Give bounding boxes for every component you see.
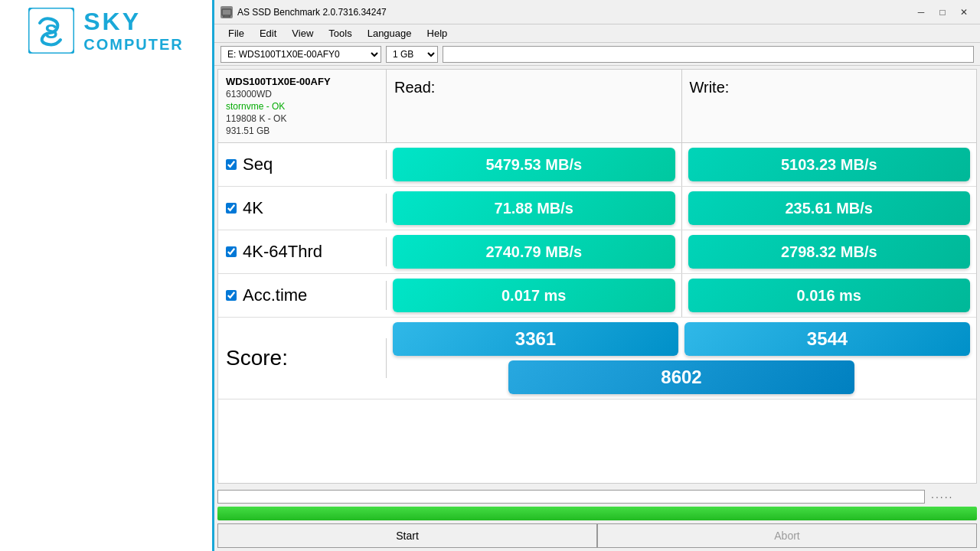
write-header: Write: bbox=[690, 79, 730, 96]
sky-computer-logo-icon: S bbox=[28, 8, 74, 54]
drive-select[interactable]: E: WDS100T1X0E-00AFY0 bbox=[220, 46, 381, 63]
window-controls: ─ □ ✕ bbox=[911, 5, 974, 20]
score-label: Score: bbox=[226, 346, 288, 370]
4k64-label-col: 4K-64Thrd bbox=[218, 237, 387, 266]
menu-help[interactable]: Help bbox=[420, 26, 456, 41]
4k-read-value: 71.88 MB/s bbox=[393, 191, 675, 225]
score-values-container: 3361 3544 8602 bbox=[387, 318, 976, 399]
score-label-col: Score: bbox=[218, 338, 387, 378]
score-read-value: 3361 bbox=[393, 322, 678, 356]
4k64-read-col: 2740.79 MB/s bbox=[387, 230, 682, 273]
maximize-button[interactable]: □ bbox=[933, 5, 952, 20]
abort-button[interactable]: Abort bbox=[597, 523, 977, 548]
read-header: Read: bbox=[394, 79, 435, 96]
menu-view[interactable]: View bbox=[284, 26, 321, 41]
seq-read-col: 5479.53 MB/s bbox=[387, 143, 682, 186]
minimize-button[interactable]: ─ bbox=[911, 5, 931, 20]
4k64-write-col: 2798.32 MB/s bbox=[682, 230, 977, 273]
4k64-label: 4K-64Thrd bbox=[243, 242, 322, 262]
drive-status1: stornvme - OK bbox=[226, 101, 378, 112]
benchmark-table: WDS100T1X0E-00AFY 613000WD stornvme - OK… bbox=[218, 70, 976, 483]
logo-container: S SKY COMPUTER bbox=[28, 8, 183, 54]
seq-label: Seq bbox=[243, 155, 273, 174]
logo-computer: COMPUTER bbox=[83, 36, 183, 53]
menu-file[interactable]: File bbox=[220, 26, 252, 41]
4k64-write-value: 2798.32 MB/s bbox=[688, 235, 971, 269]
close-button[interactable]: ✕ bbox=[954, 5, 974, 20]
acctime-read-value: 0.017 ms bbox=[393, 279, 675, 312]
bottom-area: ····· Start Abort bbox=[214, 487, 980, 551]
info-box bbox=[443, 46, 974, 63]
drive-name: WDS100T1X0E-00AFY bbox=[226, 76, 378, 87]
size-select[interactable]: 1 GB 512 MB 256 MB bbox=[386, 46, 438, 63]
toolbar: E: WDS100T1X0E-00AFY0 1 GB 512 MB 256 MB bbox=[214, 43, 980, 66]
svg-rect-2 bbox=[222, 9, 231, 15]
seq-row: Seq 5479.53 MB/s 5103.23 MB/s bbox=[218, 143, 976, 187]
menu-bar: File Edit View Tools Language Help bbox=[214, 24, 980, 43]
seq-write-col: 5103.23 MB/s bbox=[682, 143, 977, 186]
seq-label-col: Seq bbox=[218, 150, 387, 179]
app-window: AS SSD Benchmark 2.0.7316.34247 ─ □ ✕ Fi… bbox=[214, 0, 980, 551]
4k-label-col: 4K bbox=[218, 194, 387, 223]
score-row: Score: 3361 3544 8602 bbox=[218, 318, 976, 399]
menu-edit[interactable]: Edit bbox=[252, 26, 284, 41]
drive-model: 613000WD bbox=[226, 89, 378, 99]
menu-language[interactable]: Language bbox=[360, 26, 420, 41]
app-icon bbox=[220, 6, 233, 18]
acctime-checkbox[interactable] bbox=[226, 290, 237, 301]
start-button[interactable]: Start bbox=[217, 523, 597, 548]
acctime-label: Acc.time bbox=[243, 285, 307, 305]
4k-row: 4K 71.88 MB/s 235.61 MB/s bbox=[218, 187, 976, 230]
write-header-col: Write: bbox=[682, 70, 977, 142]
progress-area: ····· bbox=[217, 490, 977, 504]
drive-status2: 119808 K - OK bbox=[226, 113, 378, 124]
green-progress-bar bbox=[217, 507, 977, 520]
acctime-read-col: 0.017 ms bbox=[387, 274, 682, 317]
action-buttons: Start Abort bbox=[217, 523, 977, 548]
acctime-label-col: Acc.time bbox=[218, 281, 387, 310]
4k-read-col: 71.88 MB/s bbox=[387, 187, 682, 230]
seq-checkbox[interactable] bbox=[226, 159, 237, 170]
seq-write-value: 5103.23 MB/s bbox=[688, 148, 971, 181]
sidebar: S SKY COMPUTER bbox=[0, 0, 214, 551]
progress-bar-container bbox=[217, 490, 925, 504]
acctime-write-col: 0.016 ms bbox=[682, 274, 977, 317]
seq-read-value: 5479.53 MB/s bbox=[393, 148, 675, 181]
logo-sky: SKY bbox=[83, 8, 183, 35]
acctime-write-value: 0.016 ms bbox=[688, 279, 971, 312]
progress-dots: ····· bbox=[931, 491, 977, 503]
4k-write-col: 235.61 MB/s bbox=[682, 187, 977, 230]
window-title: AS SSD Benchmark 2.0.7316.34247 bbox=[237, 7, 911, 18]
table-header: WDS100T1X0E-00AFY 613000WD stornvme - OK… bbox=[218, 70, 976, 143]
score-total-value: 8602 bbox=[508, 360, 854, 394]
drive-size: 931.51 GB bbox=[226, 126, 378, 136]
4k64-row: 4K-64Thrd 2740.79 MB/s 2798.32 MB/s bbox=[218, 230, 976, 274]
title-bar: AS SSD Benchmark 2.0.7316.34247 ─ □ ✕ bbox=[214, 0, 980, 24]
read-header-col: Read: bbox=[387, 70, 682, 142]
menu-tools[interactable]: Tools bbox=[321, 26, 359, 41]
score-top-row: 3361 3544 bbox=[393, 322, 970, 356]
4k-label: 4K bbox=[243, 198, 263, 218]
4k-write-value: 235.61 MB/s bbox=[688, 191, 971, 225]
drive-info-panel: WDS100T1X0E-00AFY 613000WD stornvme - OK… bbox=[218, 70, 387, 142]
4k-checkbox[interactable] bbox=[226, 203, 237, 214]
acctime-row: Acc.time 0.017 ms 0.016 ms bbox=[218, 274, 976, 318]
logo-text: SKY COMPUTER bbox=[83, 8, 183, 52]
4k64-read-value: 2740.79 MB/s bbox=[393, 235, 675, 269]
4k64-checkbox[interactable] bbox=[226, 246, 237, 257]
score-write-value: 3544 bbox=[684, 322, 970, 356]
content-area: WDS100T1X0E-00AFY 613000WD stornvme - OK… bbox=[217, 69, 977, 484]
